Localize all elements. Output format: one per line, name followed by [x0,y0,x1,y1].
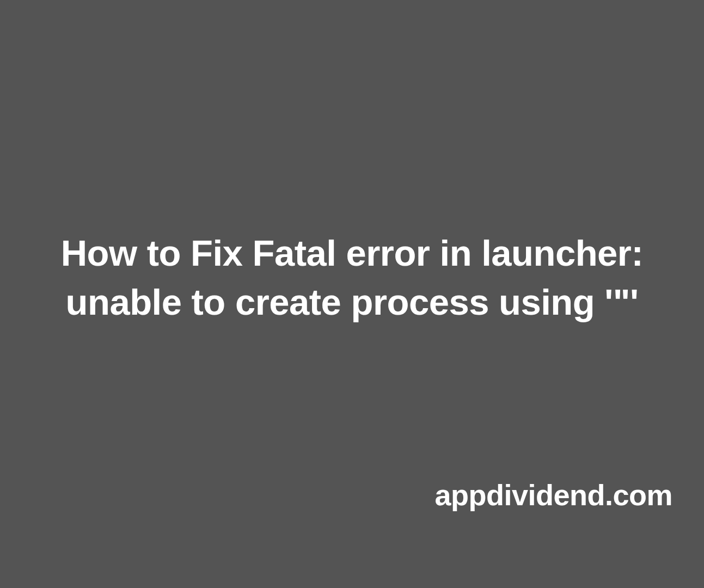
article-title: How to Fix Fatal error in launcher: unab… [14,229,690,327]
site-credit: appdividend.com [434,478,672,512]
